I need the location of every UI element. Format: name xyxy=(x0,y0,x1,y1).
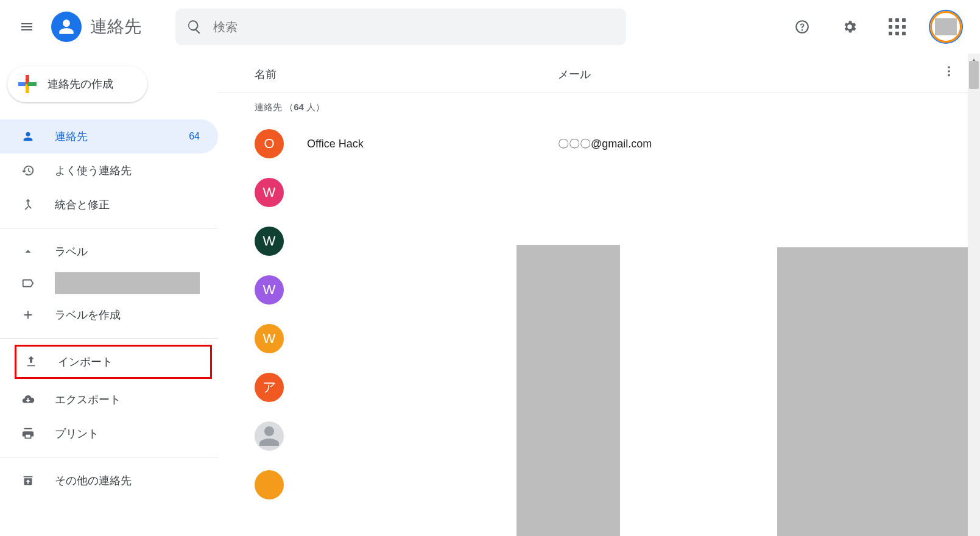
sidebar-item-import[interactable]: インポート xyxy=(15,345,212,379)
menu-button[interactable] xyxy=(12,12,41,41)
menu-icon xyxy=(19,19,34,34)
sidebar-item-label: 連絡先 xyxy=(55,129,169,144)
contact-avatar xyxy=(255,470,284,499)
create-contact-label: 連絡先の作成 xyxy=(48,77,113,91)
sidebar-item-frequent[interactable]: よく使う連絡先 xyxy=(0,153,218,188)
plus-small-icon xyxy=(21,308,35,322)
app-logo-block[interactable]: 連絡先 xyxy=(51,12,141,42)
label-redacted xyxy=(55,272,200,294)
redacted-emails xyxy=(777,247,972,536)
sidebar-item-count: 64 xyxy=(189,131,200,142)
help-icon xyxy=(794,19,810,35)
gear-icon xyxy=(842,19,858,35)
sidebar-item-label: エクスポート xyxy=(55,392,200,407)
sidebar-labels-header[interactable]: ラベル xyxy=(0,234,218,269)
sidebar-item-label: よく使う連絡先 xyxy=(55,163,200,178)
contact-avatar: W xyxy=(255,275,284,305)
app-title: 連絡先 xyxy=(90,15,141,38)
sidebar-item-print[interactable]: プリント xyxy=(0,417,218,451)
svg-point-0 xyxy=(948,66,950,69)
apps-button[interactable] xyxy=(883,12,912,41)
column-email: メール xyxy=(558,67,943,82)
sidebar-item-label: ラベルを作成 xyxy=(55,308,200,322)
contact-name: Office Hack xyxy=(307,138,558,150)
person-icon xyxy=(255,421,284,451)
main-content: 名前 メール 連絡先 （64 人） OOffice Hack〇〇〇@gmail.… xyxy=(218,54,980,536)
person-icon xyxy=(21,129,35,144)
column-name: 名前 xyxy=(255,67,558,82)
sidebar-item-label: ラベル xyxy=(55,244,200,259)
search-icon xyxy=(186,19,202,35)
svg-point-2 xyxy=(948,74,950,77)
contact-avatar: W xyxy=(255,178,284,207)
contact-avatar: W xyxy=(255,227,284,256)
search-input[interactable] xyxy=(213,20,615,34)
contact-avatar: W xyxy=(255,324,284,353)
settings-button[interactable] xyxy=(835,12,864,41)
sidebar-item-label: 統合と修正 xyxy=(55,197,200,212)
chevron-up-icon xyxy=(21,244,35,259)
redacted-names xyxy=(516,245,620,536)
contact-avatar xyxy=(255,421,284,451)
sidebar-item-contacts[interactable]: 連絡先 64 xyxy=(0,119,218,153)
contact-avatar: O xyxy=(255,129,284,158)
sidebar-item-other[interactable]: その他の連絡先 xyxy=(0,464,218,498)
sidebar-item-label: プリント xyxy=(55,426,200,441)
archive-icon xyxy=(21,473,35,488)
account-avatar[interactable] xyxy=(930,11,962,43)
vertical-scrollbar[interactable]: ▲ xyxy=(968,54,980,536)
contact-row[interactable]: OOffice Hack〇〇〇@gmail.com xyxy=(218,119,980,168)
sidebar-item-label: インポート xyxy=(58,354,192,369)
sidebar-item-export[interactable]: エクスポート xyxy=(0,383,218,417)
sidebar-item-merge[interactable]: 統合と修正 xyxy=(0,188,218,222)
upload-icon xyxy=(24,354,38,369)
scroll-thumb[interactable] xyxy=(969,61,979,89)
print-icon xyxy=(21,426,35,441)
create-contact-button[interactable]: 連絡先の作成 xyxy=(7,66,147,102)
more-vert-icon xyxy=(942,65,956,78)
contact-avatar: ア xyxy=(255,373,284,402)
more-button[interactable] xyxy=(942,65,956,81)
contacts-logo-icon xyxy=(51,12,82,42)
column-header: 名前 メール xyxy=(218,54,980,93)
sidebar-label-item[interactable] xyxy=(0,269,218,298)
search-box[interactable] xyxy=(175,9,626,45)
sidebar-create-label[interactable]: ラベルを作成 xyxy=(0,298,218,332)
help-button[interactable] xyxy=(788,12,817,41)
cloud-download-icon xyxy=(21,392,35,407)
label-icon xyxy=(21,276,35,291)
section-title: 連絡先 （64 人） xyxy=(218,93,980,119)
sidebar: 連絡先の作成 連絡先 64 よく使う連絡先 統合と修正 ラベル ラベルを作成 xyxy=(0,54,218,536)
sidebar-item-label: その他の連絡先 xyxy=(55,473,200,488)
contact-row[interactable]: W xyxy=(218,168,980,217)
contact-email: 〇〇〇@gmail.com xyxy=(558,136,652,151)
plus-icon xyxy=(18,75,37,93)
svg-point-1 xyxy=(948,70,950,72)
merge-icon xyxy=(21,197,35,212)
apps-icon xyxy=(889,18,906,35)
avatar-placeholder xyxy=(935,18,957,35)
history-icon xyxy=(21,163,35,178)
